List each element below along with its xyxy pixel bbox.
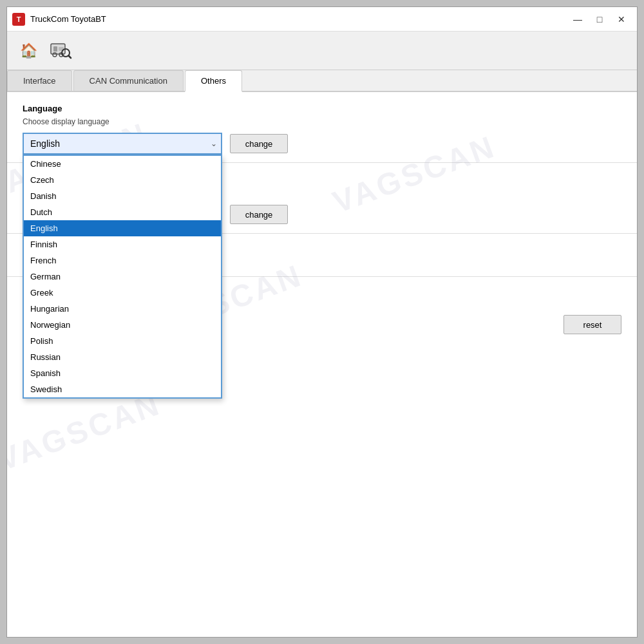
- language-select[interactable]: English: [23, 133, 222, 155]
- app-icon: T: [12, 13, 25, 26]
- lang-option-finnish[interactable]: Finnish: [24, 236, 221, 252]
- trace-change-button[interactable]: change: [230, 205, 288, 224]
- lang-option-chinese[interactable]: Chinese: [24, 156, 221, 172]
- truck-search-icon: [48, 39, 73, 63]
- language-dropdown-wrapper: English ⌄ Chinese Czech Danish Dutch Eng…: [23, 133, 222, 155]
- home-icon: 🏠: [20, 43, 37, 59]
- language-title: Language: [23, 104, 621, 113]
- reset-button[interactable]: reset: [564, 315, 621, 334]
- language-description: Choose display language: [23, 117, 621, 126]
- maximize-button[interactable]: □: [589, 11, 610, 28]
- lang-option-norwegian[interactable]: Norwegian: [24, 317, 221, 333]
- search-button[interactable]: [46, 36, 75, 66]
- lang-option-french[interactable]: French: [24, 252, 221, 269]
- svg-line-7: [69, 55, 71, 58]
- tabs-container: Interface CAN Communication Others: [7, 70, 637, 92]
- lang-option-russian[interactable]: Russian: [24, 349, 221, 365]
- lang-option-greek[interactable]: Greek: [24, 285, 221, 301]
- lang-option-polish[interactable]: Polish: [24, 333, 221, 349]
- minimize-button[interactable]: —: [567, 11, 588, 28]
- lang-option-english[interactable]: English: [24, 220, 221, 236]
- tab-can-communication[interactable]: CAN Communication: [73, 70, 184, 91]
- main-window: T TruckCom ToyotaBT — □ ✕ 🏠: [6, 6, 638, 638]
- window-controls: — □ ✕: [567, 11, 632, 28]
- svg-rect-2: [53, 46, 57, 52]
- lang-option-czech[interactable]: Czech: [24, 172, 221, 188]
- language-dropdown-list: Chinese Czech Danish Dutch English Finni…: [23, 155, 222, 399]
- window-title: TruckCom ToyotaBT: [30, 14, 567, 24]
- lang-option-swedish[interactable]: Swedish: [24, 381, 221, 397]
- language-section: Language Choose display language English…: [7, 92, 637, 163]
- tab-others[interactable]: Others: [185, 70, 242, 92]
- tab-interface[interactable]: Interface: [7, 70, 72, 91]
- watermark-4: VAGSCAN: [7, 386, 166, 477]
- lang-option-dutch[interactable]: Dutch: [24, 204, 221, 220]
- language-row: English ⌄ Chinese Czech Danish Dutch Eng…: [23, 133, 621, 155]
- close-button[interactable]: ✕: [611, 11, 632, 28]
- lang-option-hungarian[interactable]: Hungarian: [24, 301, 221, 317]
- language-change-button[interactable]: change: [230, 134, 288, 153]
- toolbar: 🏠: [7, 32, 637, 70]
- lang-option-spanish[interactable]: Spanish: [24, 365, 221, 381]
- lang-option-danish[interactable]: Danish: [24, 188, 221, 204]
- title-bar: T TruckCom ToyotaBT — □ ✕: [7, 7, 637, 32]
- home-button[interactable]: 🏠: [14, 36, 43, 66]
- lang-option-german[interactable]: German: [24, 269, 221, 285]
- content-area: VAGSCAN VAGSCAN VAGSCAN VAGSCAN Language…: [7, 92, 637, 637]
